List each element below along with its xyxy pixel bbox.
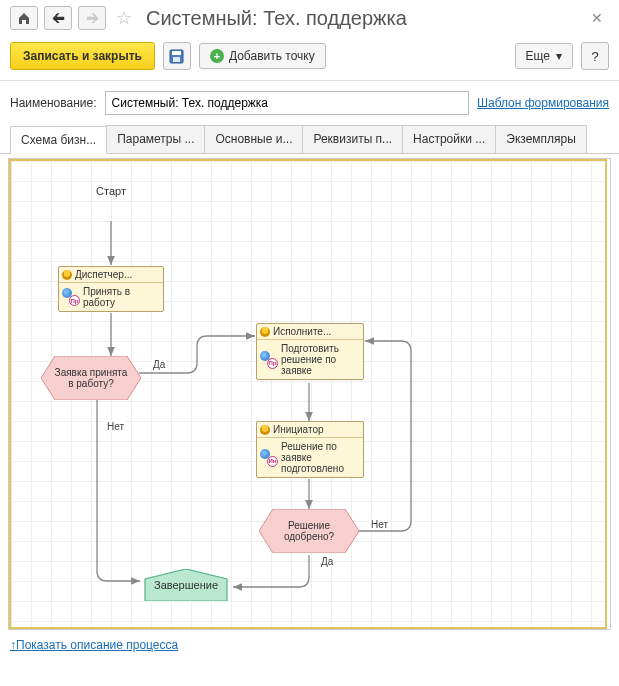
dec2-label: Решение одобрено? — [259, 509, 359, 553]
node1-task: Принять в работу — [83, 286, 160, 308]
tab-parameters[interactable]: Параметры ... — [106, 125, 205, 153]
dec1-label: Заявка принята в работу? — [41, 356, 141, 400]
name-label: Наименование: — [10, 96, 97, 110]
node3-role: Инициатор — [273, 424, 324, 435]
person-icon — [260, 327, 270, 337]
decision-accepted[interactable]: Заявка принята в работу? — [41, 356, 141, 400]
help-button[interactable]: ? — [581, 42, 609, 70]
name-input[interactable] — [105, 91, 469, 115]
end-label: Завершение — [141, 569, 231, 601]
plus-icon: + — [210, 49, 224, 63]
favorite-star-icon[interactable]: ☆ — [112, 7, 136, 29]
back-button[interactable]: 🡰 — [44, 6, 72, 30]
tab-schema[interactable]: Схема бизн... — [10, 126, 107, 154]
tab-requisites[interactable]: Реквизиты п... — [302, 125, 403, 153]
process-node-dispatcher[interactable]: Диспетчер... Пр Принять в работу — [58, 266, 164, 312]
add-point-button[interactable]: + Добавить точку — [199, 43, 326, 69]
node3-task: Решение по заявке подготовлено — [281, 441, 360, 474]
start-label: Старт — [96, 185, 126, 197]
process-canvas-wrapper: Старт Диспетчер... Пр Принять в работу З… — [8, 158, 611, 630]
template-link[interactable]: Шаблон формирования — [477, 96, 609, 110]
node2-role: Исполните... — [273, 326, 331, 337]
tab-basic-info[interactable]: Основные и... — [204, 125, 303, 153]
task-icon: Ин — [260, 449, 278, 467]
add-point-label: Добавить точку — [229, 49, 315, 63]
process-node-initiator[interactable]: Инициатор Ин Решение по заявке подготовл… — [256, 421, 364, 478]
task-icon: Пр — [62, 288, 80, 306]
decision-approved[interactable]: Решение одобрено? — [259, 509, 359, 553]
person-icon — [260, 425, 270, 435]
process-node-executor[interactable]: Исполните... Пр Подготовить решение по з… — [256, 323, 364, 380]
forward-button[interactable]: 🡲 — [78, 6, 106, 30]
end-node[interactable]: Завершение — [141, 569, 231, 601]
node1-role: Диспетчер... — [75, 269, 132, 280]
process-canvas[interactable]: Старт Диспетчер... Пр Принять в работу З… — [9, 159, 607, 629]
person-icon — [62, 270, 72, 280]
task-icon: Пр — [260, 351, 278, 369]
edge-label-yes1: Да — [151, 359, 167, 370]
edge-label-no2: Нет — [369, 519, 390, 530]
page-title: Системный: Тех. поддержка — [146, 7, 579, 30]
tabstrip: Схема бизн... Параметры ... Основные и..… — [0, 125, 619, 154]
show-description-link[interactable]: ↑Показать описание процесса — [10, 638, 178, 652]
start-node[interactable]: Старт — [81, 179, 141, 223]
edge-label-no1: Нет — [105, 421, 126, 432]
tab-settings[interactable]: Настройки ... — [402, 125, 496, 153]
save-and-close-button[interactable]: Записать и закрыть — [10, 42, 155, 70]
edge-label-yes2: Да — [319, 556, 335, 567]
home-button[interactable] — [10, 6, 38, 30]
more-label: Еще — [526, 49, 550, 63]
tab-instances[interactable]: Экземпляры — [495, 125, 587, 153]
svg-rect-1 — [172, 51, 181, 55]
node2-task: Подготовить решение по заявке — [281, 343, 360, 376]
more-button[interactable]: Еще ▾ — [515, 43, 573, 69]
chevron-down-icon: ▾ — [556, 49, 562, 63]
save-button[interactable] — [163, 42, 191, 70]
close-button[interactable]: ✕ — [585, 10, 609, 26]
svg-rect-2 — [173, 57, 180, 62]
